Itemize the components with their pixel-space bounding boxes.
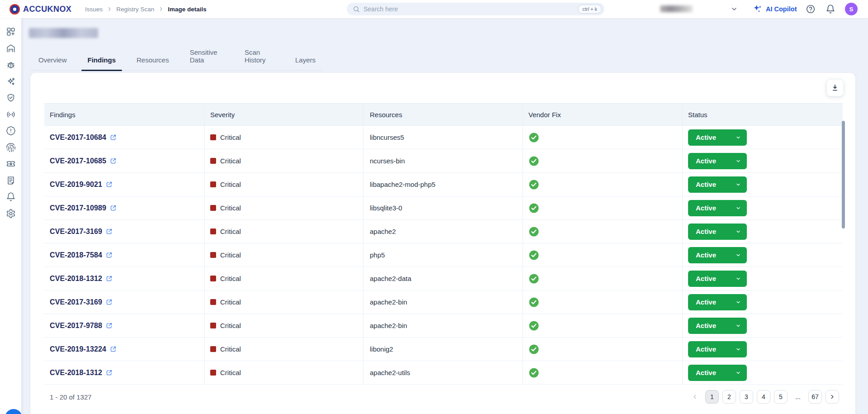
pagination-page-4[interactable]: 4 [757, 390, 770, 404]
vendor-fix-cell [523, 290, 683, 314]
status-dropdown-button[interactable]: Active [688, 341, 747, 357]
pagination-page-67[interactable]: 67 [808, 390, 822, 404]
resource-name: libapache2-mod-php5 [370, 181, 435, 188]
tab-scan-history[interactable]: Scan History [238, 48, 281, 70]
sidebar-item-runtime-protection[interactable] [0, 106, 21, 123]
status-dropdown-button[interactable]: Active [688, 271, 747, 287]
table-header-row: FindingsSeverityResourcesVendor FixStatu… [44, 103, 843, 126]
check-circle-icon [528, 250, 539, 261]
status-dropdown-button[interactable]: Active [688, 153, 747, 169]
pagination-page-2[interactable]: 2 [722, 390, 736, 404]
tab-overview[interactable]: Overview [32, 56, 73, 70]
resource-cell: apache2-data [363, 267, 523, 290]
status-dropdown-button[interactable]: Active [688, 318, 747, 334]
table-row: CVE-2017-10684 Critical libncurses5 Acti… [44, 126, 843, 149]
cve-link[interactable]: CVE-2017-10684 [50, 133, 117, 142]
check-circle-icon [528, 226, 539, 237]
status-dropdown-button[interactable]: Active [688, 247, 747, 263]
vendor-fix-cell [523, 220, 683, 243]
severity-label: Critical [220, 298, 241, 306]
status-dropdown-button[interactable]: Active [688, 200, 747, 216]
severity-cell: Critical [205, 290, 363, 314]
cve-link[interactable]: CVE-2017-9788 [50, 322, 113, 330]
chevron-down-icon[interactable] [731, 5, 738, 14]
pagination-page-3[interactable]: 3 [740, 390, 753, 404]
sidebar-item-identity[interactable] [0, 139, 21, 156]
tenant-selector-redacted[interactable] [660, 5, 693, 12]
severity-cell: Critical [205, 243, 363, 266]
cve-link[interactable]: CVE-2019-9021 [50, 181, 113, 189]
bell-icon [6, 192, 16, 202]
pagination-next-button[interactable] [826, 390, 839, 404]
cve-link[interactable]: CVE-2017-3169 [50, 228, 113, 236]
pagination-page-1[interactable]: 1 [705, 390, 719, 404]
status-label: Active [696, 133, 716, 141]
cve-link[interactable]: CVE-2017-10989 [50, 204, 117, 212]
breadcrumb: Issues Registry Scan Image details [85, 6, 207, 13]
sidebar-item-dashboard[interactable] [0, 24, 21, 40]
chevron-down-icon [736, 182, 741, 187]
search-input[interactable] [363, 5, 578, 13]
bell-icon[interactable] [826, 4, 835, 16]
resource-cell: apache2 [363, 220, 523, 243]
gear-icon [6, 209, 16, 219]
vendor-fix-cell [523, 314, 683, 337]
tab-resources[interactable]: Resources [130, 56, 175, 70]
cve-link[interactable]: CVE-2019-13224 [50, 345, 117, 353]
check-circle-icon [528, 156, 539, 167]
vendor-fix-cell [523, 361, 683, 384]
status-dropdown-button[interactable]: Active [688, 176, 747, 193]
cve-link[interactable]: CVE-2017-3169 [50, 298, 113, 306]
ai-copilot-button[interactable]: AI Copilot [752, 4, 797, 14]
sidebar-nav [0, 18, 21, 414]
severity-critical-swatch [210, 346, 216, 352]
check-circle-icon [528, 344, 539, 355]
accuknox-logo[interactable]: ACCUKNOX [9, 4, 71, 14]
status-dropdown-button[interactable]: Active [688, 294, 747, 310]
help-icon[interactable] [806, 4, 816, 16]
chevron-right-icon [158, 6, 164, 12]
check-circle-icon [528, 203, 539, 214]
sidebar-item-ai-insights[interactable] [0, 73, 21, 90]
resource-name: apache2-utils [370, 369, 410, 376]
severity-critical-swatch [210, 181, 216, 187]
status-dropdown-button[interactable]: Active [688, 224, 747, 240]
image-title-redacted [29, 28, 98, 38]
external-link-icon [106, 275, 113, 282]
tab-findings[interactable]: Findings [81, 56, 123, 70]
column-header-resources: Resources [363, 104, 523, 125]
cve-link[interactable]: CVE-2018-7584 [50, 251, 113, 259]
sidebar-item-notifications[interactable] [0, 189, 21, 205]
sidebar-item-inventory[interactable] [0, 40, 21, 57]
severity-critical-swatch [210, 370, 216, 376]
tab-layers[interactable]: Layers [289, 56, 322, 70]
vendor-fix-cell [523, 267, 683, 290]
status-dropdown-button[interactable]: Active [688, 129, 747, 146]
download-button[interactable] [826, 79, 844, 96]
global-search[interactable]: ctrl + k [347, 3, 604, 15]
cve-link[interactable]: CVE-2018-1312 [50, 369, 113, 377]
sidebar-item-incidents[interactable] [0, 123, 21, 139]
status-label: Active [696, 275, 716, 282]
cve-link[interactable]: CVE-2018-1312 [50, 275, 113, 283]
sidebar-item-compliance[interactable] [0, 90, 21, 106]
sidebar-item-tickets[interactable] [0, 156, 21, 172]
pagination-page-5[interactable]: 5 [774, 390, 788, 404]
breadcrumb-issues[interactable]: Issues [85, 6, 103, 13]
breadcrumb-registry-scan[interactable]: Registry Scan [116, 6, 154, 13]
alert-badge-icon [6, 126, 16, 136]
user-avatar[interactable]: S [845, 3, 858, 15]
tab-sensitive-data[interactable]: Sensitive Data [184, 48, 230, 70]
status-dropdown-button[interactable]: Active [688, 365, 747, 381]
pagination-prev-button[interactable] [688, 390, 702, 404]
sidebar-item-settings[interactable] [0, 205, 21, 222]
table-scrollbar[interactable] [842, 121, 845, 228]
sidebar-item-reports[interactable] [0, 172, 21, 189]
cve-link[interactable]: CVE-2017-10685 [50, 157, 117, 165]
sidebar-item-issues[interactable] [0, 57, 21, 73]
pagination-ellipsis: ... [791, 390, 805, 404]
avatar-initial: S [849, 6, 854, 13]
cve-id: CVE-2018-1312 [50, 275, 102, 283]
finding-cell: CVE-2018-7584 [44, 243, 205, 266]
status-label: Active [696, 228, 716, 235]
